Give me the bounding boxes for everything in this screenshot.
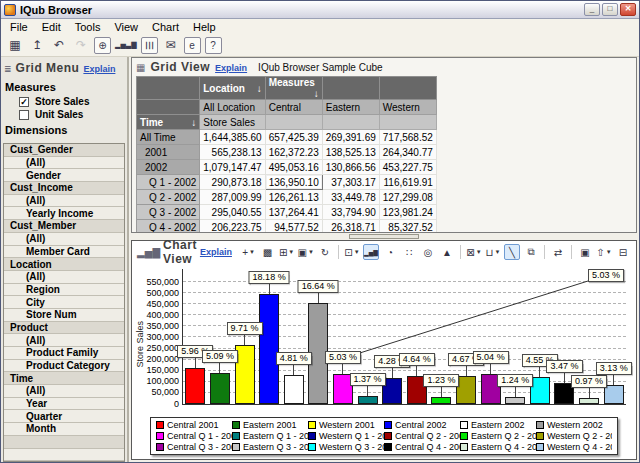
chart-image-icon[interactable]: ▣▼ (298, 244, 314, 260)
data-cell[interactable]: 116,619.91 (379, 175, 436, 190)
data-cell[interactable]: 127,299.08 (379, 190, 436, 205)
data-cell[interactable]: 137,264.41 (265, 205, 322, 220)
dimension-level[interactable]: (All) (4, 195, 124, 208)
menu-edit[interactable]: Edit (35, 21, 68, 33)
menu-view[interactable]: View (107, 21, 145, 33)
data-cell[interactable]: 94,577.52 (265, 220, 322, 234)
dimension-level[interactable]: (All) (4, 157, 124, 170)
data-cell[interactable]: 290,873.18 (200, 175, 265, 190)
trend-line-icon[interactable]: ╲ (504, 244, 520, 260)
time-axis-header[interactable]: Time↓ (137, 115, 200, 130)
sort-down-icon[interactable]: ↓ (191, 117, 196, 128)
export-grid-icon[interactable]: ↥ (28, 37, 46, 54)
dimension-level[interactable]: Member Card (4, 246, 124, 259)
chart-explain-link[interactable]: Explain (200, 247, 232, 257)
undo-icon[interactable]: ↶ (50, 37, 68, 54)
bar-eastern-q-3-2002[interactable] (505, 397, 525, 404)
row-header[interactable]: Q 3 - 2002 (137, 205, 200, 220)
data-cell[interactable]: 1,079,147.47 (200, 160, 265, 175)
dimension-level[interactable]: Product Category (4, 360, 124, 373)
data-cell[interactable]: 162,372.23 (265, 145, 322, 160)
bar-eastern-2001[interactable] (210, 373, 230, 404)
row-header[interactable]: Q 2 - 2002 (137, 190, 200, 205)
sort-down-icon[interactable]: ↓ (257, 83, 262, 94)
data-cell[interactable]: 138,525.13 (322, 145, 379, 160)
slider-options-icon[interactable]: ☰ (141, 37, 158, 54)
pyramid-chart-icon[interactable]: ▲ (439, 244, 455, 260)
maximize-button[interactable]: □ (602, 3, 618, 16)
dimension-level[interactable]: Gender (4, 169, 124, 182)
dimension-level[interactable]: (All) (4, 385, 124, 398)
data-cell[interactable]: 269,391.69 (322, 130, 379, 145)
bar-central-2002[interactable] (259, 294, 279, 404)
dimension-level[interactable]: City (4, 296, 124, 309)
data-cell[interactable]: 287,009.99 (200, 190, 265, 205)
histogram-icon[interactable]: ▂▅▃▇ (115, 37, 137, 54)
data-cell[interactable]: 206,223.75 (200, 220, 265, 234)
e-browser-icon[interactable]: e (184, 37, 201, 54)
menu-help[interactable]: Help (186, 21, 223, 33)
selected-cell[interactable]: 136,950.10 (265, 175, 322, 190)
menu-tools[interactable]: Tools (68, 21, 108, 33)
pie-chart-icon[interactable]: ◔ (382, 244, 398, 260)
data-cell[interactable]: 37,303.17 (322, 175, 379, 190)
column-header[interactable]: Central (265, 100, 322, 115)
data-cell[interactable]: 495,053.16 (265, 160, 322, 175)
column-header[interactable]: All Location (200, 100, 265, 115)
menu-file[interactable]: File (3, 21, 35, 33)
dimension-level[interactable]: Yearly Income (4, 207, 124, 220)
bar-eastern-q-2-2002[interactable] (431, 397, 451, 404)
data-cell[interactable]: 565,238.13 (200, 145, 265, 160)
dimension-level[interactable]: Month (4, 423, 124, 436)
measures-axis-header[interactable]: Measures↓ (265, 77, 322, 100)
bar-eastern-q-4-2002[interactable] (579, 398, 599, 404)
depth-icon[interactable]: ⧉ (523, 244, 539, 260)
row-header[interactable]: Q 1 - 2002 (137, 175, 200, 190)
row-header[interactable]: All Time (137, 130, 200, 145)
data-cell[interactable]: 1,644,385.60 (200, 130, 265, 145)
data-cell[interactable]: 33,449.78 (322, 190, 379, 205)
cascade-icon[interactable]: ▣ (577, 244, 593, 260)
dimension-level[interactable]: (All) (4, 271, 124, 284)
row-header[interactable]: Q 4 - 2002 (137, 220, 200, 234)
data-cell[interactable]: 264,340.77 (379, 145, 436, 160)
measure-header[interactable]: Store Sales (200, 115, 265, 130)
print-icon[interactable]: ⊟ (615, 244, 631, 260)
data-cell[interactable]: 26,318.71 (322, 220, 379, 234)
move-data-icon[interactable]: +▼ (241, 244, 257, 260)
row-header[interactable]: 2001 (137, 145, 200, 160)
dimension-level[interactable]: Product Family (4, 347, 124, 360)
grid-explain-link[interactable]: Explain (215, 63, 247, 73)
dimension-group[interactable]: Cust_Income (4, 182, 124, 195)
dimension-group[interactable]: Time (4, 372, 124, 385)
sidebar-explain-link[interactable]: Explain (83, 64, 115, 74)
dimension-level[interactable]: Region (4, 284, 124, 297)
help-icon[interactable]: ? (205, 37, 222, 54)
data-cell[interactable]: 717,568.52 (379, 130, 436, 145)
measure-checkbox[interactable] (19, 110, 29, 120)
row-header[interactable]: 2002 (137, 160, 200, 175)
splitter-handle[interactable] (349, 234, 419, 239)
frame-options-icon[interactable]: ⊡▼ (344, 244, 360, 260)
dimension-group[interactable]: Location (4, 258, 124, 271)
rotate-icon[interactable]: ↻ (317, 244, 333, 260)
column-header[interactable]: Western (379, 100, 436, 115)
panel-splitter[interactable] (131, 233, 637, 240)
data-cell[interactable]: 130,866.56 (322, 160, 379, 175)
data-cell[interactable]: 657,425.39 (265, 130, 322, 145)
data-cell[interactable]: 123,981.24 (379, 205, 436, 220)
data-cell[interactable]: 126,261.13 (265, 190, 322, 205)
data-cell[interactable]: 295,040.55 (200, 205, 265, 220)
dimension-group[interactable]: Cust_Gender (4, 144, 124, 157)
bar-chart-icon[interactable]: ▂▅▇ (363, 244, 379, 260)
minimize-button[interactable]: _ (584, 3, 600, 16)
refresh-icon[interactable]: ⇄ (550, 244, 566, 260)
data-cell[interactable]: 85,327.52 (379, 220, 436, 234)
mail-icon[interactable]: ✉ (162, 37, 180, 54)
data-cell[interactable]: 33,794.90 (322, 205, 379, 220)
donut-chart-icon[interactable]: ◎ (420, 244, 436, 260)
data-cell[interactable]: 453,227.75 (379, 160, 436, 175)
dimension-level[interactable]: Year (4, 398, 124, 411)
center-drill-icon[interactable]: ⊕ (94, 37, 111, 54)
dimension-level[interactable]: (All) (4, 334, 124, 347)
